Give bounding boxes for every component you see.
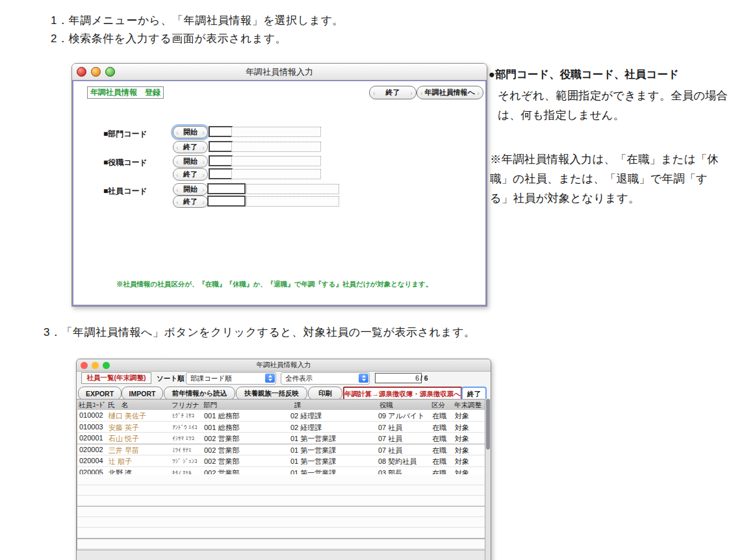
window-employee-list: 年調社員情報入力 社員一覧(年末調整) ソート順 部課コード順 全件表示 6 /… (76, 359, 491, 560)
role-end-button[interactable]: 終了 (173, 168, 208, 181)
employee-end-name-field (246, 196, 339, 207)
employee-code-label: ■社員コード (103, 186, 147, 197)
window2-titlebar[interactable]: 年調社員情報入力 (77, 359, 491, 372)
cell-kana: ﾋｸﾞﾁ ﾐｻｺ (172, 413, 194, 419)
cell-target: 対象 (455, 457, 469, 466)
cell-target: 対象 (455, 434, 469, 444)
window1-title: 年調社員情報入力 (72, 66, 487, 78)
cell-code: 020002 (79, 446, 103, 453)
cell-section: 02 経理課 (290, 411, 322, 421)
table-row[interactable]: 020002 三井 早苗 ﾐﾂｲ ｻﾅｴ 002 営業部 01 第一営業課 07… (77, 444, 486, 456)
employee-start-code-input[interactable] (207, 183, 246, 194)
sort-order-select[interactable]: 部課コード順 (186, 372, 276, 385)
cell-code: 010003 (79, 423, 103, 431)
cell-section: 01 第一営業課 (290, 457, 336, 466)
quit-button[interactable]: 終了 (369, 86, 417, 99)
table-row[interactable]: 020004 辻 順子 ﾂｼﾞ ｼﾞｭﾝｺ 002 営業部 01 第一営業課 0… (77, 455, 486, 467)
employee-start-name-field (246, 184, 339, 194)
header-kana: フリガナ (172, 401, 199, 410)
header-section: 課 (294, 401, 301, 410)
cell-kana: ｲｼﾔﾏ ｴﾂｺ (172, 435, 194, 442)
cell-name: 石山 悦子 (109, 434, 139, 444)
cell-name: 安藤 英子 (109, 423, 139, 433)
table-row[interactable]: 020001 石山 悦子 ｲｼﾔﾏ ｴﾂｺ 002 営業部 01 第一営業課 0… (77, 433, 486, 444)
load-previous-year-button[interactable]: 前年情報から読込 (164, 387, 235, 400)
row-group-divider (77, 506, 486, 507)
employee-start-button[interactable]: 開始 (173, 183, 208, 196)
header-department: 部門 (203, 401, 217, 410)
apply-dependents-button[interactable]: 扶養親族一括反映 (236, 387, 307, 400)
dept-end-name-field (231, 142, 321, 152)
cell-dept: 001 総務部 (204, 411, 239, 421)
cell-role: 07 社員 (378, 434, 402, 444)
dept-code-label: ■部門コード (103, 129, 147, 140)
cell-section: 02 経理課 (290, 423, 322, 433)
cell-dept: 002 営業部 (204, 446, 239, 455)
cell-dept: 002 営業部 (204, 457, 239, 466)
role-start-button[interactable]: 開始 (173, 155, 208, 168)
cell-code: 020004 (79, 457, 103, 465)
record-count-field: 6 (375, 373, 422, 383)
dept-end-button[interactable]: 終了 (173, 141, 208, 153)
cell-role: 09 アルバイト (378, 411, 425, 421)
employee-list-label: 社員一覧(年末調整) (81, 372, 151, 384)
cell-target: 対象 (455, 423, 469, 433)
row-group-divider (77, 538, 486, 539)
role-end-code-input[interactable] (209, 168, 233, 179)
cell-status: 在職 (432, 423, 446, 433)
vertical-scrollbar[interactable] (485, 399, 491, 560)
cell-role: 07 社員 (378, 446, 402, 455)
header-employee-code: 社員ｺｰﾄﾞ (79, 401, 106, 410)
header-status: 区分 (431, 401, 445, 410)
role-code-label: ■役職コード (103, 157, 147, 168)
import-button[interactable]: IMPORT (122, 387, 163, 400)
cell-target: 対象 (455, 446, 469, 455)
cell-kana: ﾐﾂｲ ｻﾅｴ (172, 447, 192, 453)
step-1: 1．年調メニューから、「年調社員情報」を選択します。 (51, 13, 344, 28)
dept-start-code-input[interactable] (209, 126, 233, 137)
sort-order-value: 部課コード順 (190, 374, 232, 383)
step-2: 2．検索条件を入力する画面が表示されます。 (51, 31, 287, 46)
employee-end-button[interactable]: 終了 (173, 196, 208, 208)
cell-name: 三井 早苗 (109, 446, 139, 455)
empty-rows-area (77, 474, 486, 550)
employee-table: 010002 樋口 美佐子 ﾋｸﾞﾁ ﾐｻｺ 001 総務部 02 経理課 09… (77, 410, 486, 478)
cell-status: 在職 (432, 446, 446, 455)
mode-label-box: 年調社員情報 登録 (87, 86, 164, 99)
role-start-code-input[interactable] (209, 155, 233, 166)
dept-start-name-field (231, 127, 321, 137)
step-3: 3．「年調社員情報へ」ボタンをクリックすると、対象社員の一覧が表示されます。 (44, 325, 476, 340)
role-end-name-field (231, 169, 321, 179)
table-row[interactable]: 010002 樋口 美佐子 ﾋｸﾞﾁ ﾐｻｺ 001 総務部 02 経理課 09… (77, 410, 486, 422)
side-note-heading: ●部門コード、役職コード、社員コード (489, 68, 730, 82)
cell-section: 01 第一営業課 (290, 446, 336, 455)
cell-code: 010002 (79, 411, 103, 419)
print-button[interactable]: 印刷 (308, 387, 342, 400)
employee-status-note: ※社員情報の社員区分が、『在職』『休職』か、『退職』で年調『する』社員だけが対象… (116, 280, 432, 289)
side-note: ●部門コード、役職コード、社員コード それぞれ、範囲指定ができます。全員の場合は… (489, 68, 730, 208)
window2-footer (77, 550, 485, 560)
dept-start-button[interactable]: 開始 (173, 126, 208, 138)
export-button[interactable]: EXPORT (78, 387, 122, 400)
go-to-employee-info-button[interactable]: 年調社員情報へ (417, 86, 483, 99)
cell-code: 020001 (79, 434, 103, 442)
cell-status: 在職 (432, 411, 446, 421)
cell-section: 01 第一営業課 (290, 434, 336, 444)
cell-target: 対象 (455, 411, 469, 421)
cell-kana: ｱﾝﾄﾞｳ ｴｲｺ (172, 424, 198, 431)
window-search-conditions: 年調社員情報入力 年調社員情報 登録 終了 年調社員情報へ ■部門コード 開始 … (71, 63, 487, 307)
window1-titlebar[interactable]: 年調社員情報入力 (72, 64, 487, 81)
table-row[interactable]: 010003 安藤 英子 ｱﾝﾄﾞｳ ｴｲｺ 001 総務部 02 経理課 07… (77, 422, 486, 433)
sort-order-label: ソート順 (157, 374, 185, 383)
employee-end-code-input[interactable] (207, 196, 246, 207)
cell-status: 在職 (432, 434, 446, 444)
role-start-name-field (231, 156, 321, 166)
dept-end-code-input[interactable] (209, 141, 233, 152)
display-filter-select[interactable]: 全件表示 (281, 372, 370, 385)
side-note-paragraph-1: それぞれ、範囲指定ができます。全員の場合は、何も指定しません。 (489, 86, 730, 125)
display-filter-value: 全件表示 (285, 374, 313, 383)
scrollbar-thumb[interactable] (486, 399, 490, 450)
cell-role: 08 契約社員 (378, 457, 417, 466)
header-role: 役職 (379, 401, 393, 410)
cell-status: 在職 (432, 457, 446, 466)
